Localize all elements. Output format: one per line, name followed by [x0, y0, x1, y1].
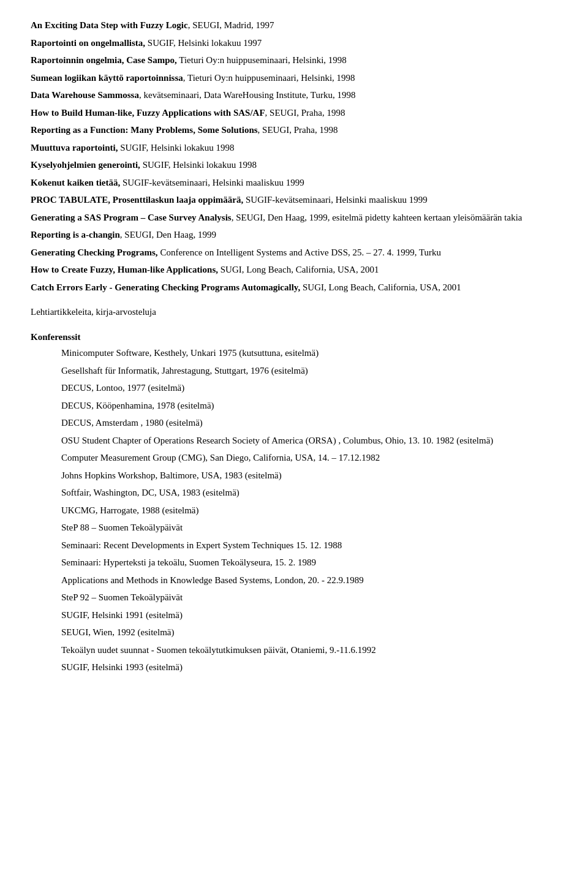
publication-entry-1: An Exciting Data Step with Fuzzy Logic, …: [31, 18, 557, 32]
konferenssit-item-10: UKCMG, Harrogate, 1988 (esitelmä): [61, 504, 557, 518]
publication-entry-5: Data Warehouse Sammossa, kevätseminaari,…: [31, 88, 557, 102]
konferenssit-header: Konferenssit: [31, 330, 557, 344]
konferenssit-section: Konferenssit Minicomputer Software, Kest…: [31, 330, 557, 674]
publication-entry-12: Generating a SAS Program – Case Survey A…: [31, 211, 557, 225]
publication-entry-10: Kokenut kaiken tietää, SUGIF-kevätsemina…: [31, 176, 557, 190]
konferenssit-item-15: SteP 92 – Suomen Tekoälypäivät: [61, 591, 557, 605]
konferenssit-item-14: Applications and Methods in Knowledge Ba…: [61, 573, 557, 587]
publication-entry-8: Muuttuva raportointi, SUGIF, Helsinki lo…: [31, 141, 557, 155]
publication-entry-7: Reporting as a Function: Many Problems, …: [31, 123, 557, 137]
publication-entry-16: Catch Errors Early - Generating Checking…: [31, 281, 557, 295]
konferenssit-item-7: Computer Measurement Group (CMG), San Di…: [61, 451, 557, 465]
publication-entry-2: Raportointi on ongelmallista, SUGIF, Hel…: [31, 36, 557, 50]
publication-entry-15: How to Create Fuzzy, Human-like Applicat…: [31, 263, 557, 277]
publications-list: An Exciting Data Step with Fuzzy Logic, …: [31, 18, 557, 294]
publication-entry-11: PROC TABULATE, Prosenttilaskun laaja opp…: [31, 193, 557, 207]
konferenssit-item-12: Seminaari: Recent Developments in Expert…: [61, 538, 557, 553]
publication-entry-4: Sumean logiikan käyttö raportoinnissa, T…: [31, 71, 557, 85]
konferenssit-item-4: DECUS, Kööpenhamina, 1978 (esitelmä): [61, 399, 557, 413]
konferenssit-item-8: Johns Hopkins Workshop, Baltimore, USA, …: [61, 469, 557, 483]
publication-entry-3: Raportoinnin ongelmia, Case Sampo, Tietu…: [31, 53, 557, 67]
konferenssit-item-6: OSU Student Chapter of Operations Resear…: [61, 434, 557, 448]
publication-entry-9: Kyselyohjelmien generointi, SUGIF, Helsi…: [31, 158, 557, 172]
publication-entry-14: Generating Checking Programs, Conference…: [31, 246, 557, 260]
konferenssit-item-18: Tekoälyn uudet suunnat - Suomen tekoälyt…: [61, 643, 557, 657]
konferenssit-item-9: Softfair, Washington, DC, USA, 1983 (esi…: [61, 486, 557, 500]
publication-entry-6: How to Build Human-like, Fuzzy Applicati…: [31, 106, 557, 120]
konferenssit-item-19: SUGIF, Helsinki 1993 (esitelmä): [61, 660, 557, 674]
lehti-label: Lehtiartikkeleita, kirja-arvosteluja: [31, 305, 557, 319]
konferenssit-item-5: DECUS, Amsterdam , 1980 (esitelmä): [61, 416, 557, 430]
main-content: An Exciting Data Step with Fuzzy Logic, …: [31, 18, 557, 674]
konferenssit-item-16: SUGIF, Helsinki 1991 (esitelmä): [61, 608, 557, 622]
konferenssit-item-17: SEUGI, Wien, 1992 (esitelmä): [61, 625, 557, 640]
konferenssit-item-13: Seminaari: Hyperteksti ja tekoälu, Suome…: [61, 556, 557, 570]
konferenssit-list: Minicomputer Software, Kesthely, Unkari …: [31, 346, 557, 674]
konferenssit-item-1: Minicomputer Software, Kesthely, Unkari …: [61, 346, 557, 360]
konferenssit-item-3: DECUS, Lontoo, 1977 (esitelmä): [61, 381, 557, 395]
konferenssit-item-11: SteP 88 – Suomen Tekoälypäivät: [61, 521, 557, 535]
publication-entry-13: Reporting is a-changin, SEUGI, Den Haag,…: [31, 228, 557, 242]
konferenssit-item-2: Gesellshaft für Informatik, Jahrestagung…: [61, 364, 557, 378]
